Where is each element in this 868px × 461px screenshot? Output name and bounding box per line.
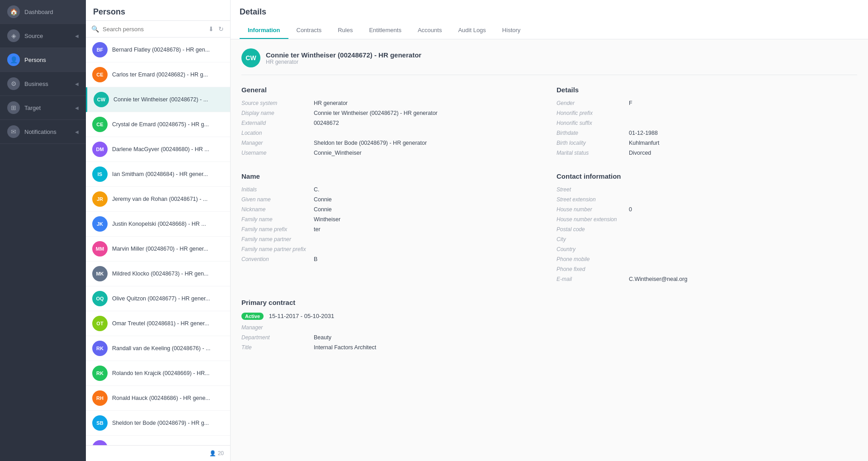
field-value: HR generator: [314, 100, 542, 106]
person-list-item[interactable]: OT Omar Treutel (00248681) - HR gener...: [86, 311, 230, 336]
field-row: Initials C.: [241, 186, 542, 193]
person-name: Ian Smitham (00248684) - HR gener...: [112, 171, 208, 177]
person-avatar: OT: [92, 316, 108, 331]
field-label: City: [557, 236, 629, 242]
sidebar-item-notifications[interactable]: ✉ Notifications ◀: [0, 120, 86, 144]
search-input[interactable]: [103, 26, 204, 33]
person-list-item[interactable]: OQ Olive Quitzon (00248677) - HR gener..…: [86, 286, 230, 311]
tab-contracts[interactable]: Contracts: [288, 22, 330, 39]
sidebar-item-source[interactable]: ◈ Source ◀: [0, 24, 86, 48]
field-value: F: [629, 100, 857, 106]
person-details-section: Details Gender F Honorific prefix Honori…: [557, 86, 857, 160]
field-label: Manager: [241, 324, 314, 331]
tab-accounts[interactable]: Accounts: [410, 22, 450, 39]
field-row: Street extension: [557, 196, 857, 203]
person-name: Mildred Klocko (00248673) - HR gen...: [112, 271, 208, 277]
person-list-item[interactable]: CW Connie ter Wintheiser (00248672) - ..…: [86, 87, 230, 112]
active-badge: Active: [241, 313, 264, 320]
persons-header: Persons: [86, 0, 230, 21]
person-name: Olive Quitzon (00248677) - HR gener...: [112, 295, 210, 302]
persons-search-bar: 🔍 ⬇ ↻: [86, 21, 230, 38]
person-list-item[interactable]: JK Justin Konopelski (00248668) - HR ...: [86, 212, 230, 237]
person-avatar: MK: [92, 266, 108, 281]
person-avatar: RK: [92, 366, 108, 381]
person-name: Omar Treutel (00248681) - HR gener...: [112, 320, 209, 327]
tab-history[interactable]: History: [494, 22, 528, 39]
general-fields: Source system HR generator Display name …: [241, 100, 542, 156]
tab-rules[interactable]: Rules: [330, 22, 361, 39]
field-value: C.Wintheiser@neal.org: [629, 276, 857, 282]
field-row: Family name partner: [241, 236, 542, 242]
avatar: CW: [241, 48, 260, 67]
details-panel: Details InformationContractsRulesEntitle…: [231, 0, 868, 461]
person-list-item[interactable]: CE Crystal de Emard (00248675) - HR g...: [86, 112, 230, 137]
field-value: Kuhlmanfurt: [629, 140, 857, 146]
download-button[interactable]: ⬇: [208, 24, 215, 33]
person-count-icon: 👤: [209, 450, 216, 456]
sidebar: 🏠 Dashboard ◈ Source ◀ 👤 Persons ⚙ Busin…: [0, 0, 86, 461]
field-value: B: [314, 256, 542, 262]
sidebar-item-target[interactable]: ⊞ Target ◀: [0, 96, 86, 120]
person-list-item[interactable]: DM Darlene MacGyver (00248680) - HR ...: [86, 137, 230, 162]
field-row: Given name Connie: [241, 196, 542, 203]
field-value: 0: [629, 206, 857, 213]
field-row: Convention B: [241, 256, 542, 262]
person-list-item[interactable]: RH Ronald Hauck (00248686) - HR gene...: [86, 386, 230, 411]
persons-icon: 👤: [7, 53, 20, 66]
field-label: Convention: [241, 256, 314, 262]
field-label: Street extension: [557, 196, 629, 203]
person-list-item[interactable]: RK Rolando ten Krajcik (00248669) - HR..…: [86, 361, 230, 386]
sidebar-item-dashboard[interactable]: 🏠 Dashboard: [0, 0, 86, 24]
person-list-item[interactable]: JR Jeremy van de Rohan (00248671) - ...: [86, 187, 230, 212]
sidebar-item-business[interactable]: ⚙ Business ◀: [0, 72, 86, 96]
person-details-title: Details: [557, 86, 857, 94]
field-value: 01-12-1988: [629, 130, 857, 136]
person-name: Darlene MacGyver (00248680) - HR ...: [112, 146, 209, 152]
contract-status-row: Active 15-11-2017 - 05-10-2031: [241, 313, 857, 320]
general-title: General: [241, 86, 542, 94]
person-avatar: SB: [92, 415, 108, 431]
field-value: Connie: [314, 196, 542, 203]
field-value: Connie ter Wintheiser (00248672) - HR ge…: [314, 110, 542, 116]
dashboard-icon: 🏠: [7, 5, 20, 18]
field-label: Nickname: [241, 206, 314, 213]
sidebar-item-label-source: Source: [24, 33, 43, 39]
field-row: Gender F: [557, 100, 857, 106]
name-contact-section: Name Initials C. Given name Connie Nickn…: [241, 172, 857, 286]
person-name: Rolando ten Krajcik (00248669) - HR...: [112, 370, 209, 376]
search-icon: 🔍: [91, 25, 99, 33]
person-list-item[interactable]: BF Bernard Flatley (00248678) - HR gen..…: [86, 38, 230, 62]
general-details-section: General Source system HR generator Displ…: [241, 86, 857, 160]
tab-information[interactable]: Information: [240, 22, 288, 39]
name-fields: Initials C. Given name Connie Nickname C…: [241, 186, 542, 262]
contract-dates: 15-11-2017 - 05-10-2031: [269, 313, 335, 319]
person-avatar: ST: [92, 440, 108, 445]
field-label: Source system: [241, 100, 314, 106]
field-label: E-mail: [557, 276, 629, 282]
field-label: Birthdate: [557, 130, 629, 136]
field-row: Honorific prefix: [557, 110, 857, 116]
person-name: Jeremy van de Rohan (00248671) - ...: [112, 196, 208, 202]
tab-audit_logs[interactable]: Audit Logs: [450, 22, 494, 39]
contact-fields: Street Street extension House number 0 H…: [557, 186, 857, 282]
refresh-button[interactable]: ↻: [217, 24, 225, 33]
person-list-item[interactable]: IS Ian Smitham (00248684) - HR gener...: [86, 162, 230, 187]
avatar-initials: CW: [245, 54, 256, 62]
person-list-item[interactable]: CE Carlos ter Emard (00248682) - HR g...: [86, 62, 230, 87]
person-avatar: RH: [92, 390, 108, 406]
field-value: Beauty: [314, 334, 857, 341]
tab-entitlements[interactable]: Entitlements: [361, 22, 410, 39]
field-label: Family name: [241, 216, 314, 223]
sidebar-item-persons[interactable]: 👤 Persons: [0, 48, 86, 72]
persons-title: Persons: [93, 7, 125, 16]
person-list-item[interactable]: SB Sheldon ter Bode (00248679) - HR g...: [86, 411, 230, 436]
sidebar-item-label-notifications: Notifications: [24, 128, 57, 135]
person-list-item[interactable]: MK Mildred Klocko (00248673) - HR gen...: [86, 261, 230, 286]
person-list-item[interactable]: RK Randall van de Keeling (00248676) - .…: [86, 336, 230, 361]
field-label: Family name partner prefix: [241, 246, 314, 252]
field-row: Honorific suffix: [557, 120, 857, 126]
person-list-item[interactable]: MM Marvin Miller (00248670) - HR gener..…: [86, 237, 230, 261]
person-list-item[interactable]: ST Stacey de Tromp (00248685) - HR g...: [86, 436, 230, 445]
field-label: Honorific prefix: [557, 110, 629, 116]
field-value: Divorced: [629, 150, 857, 156]
